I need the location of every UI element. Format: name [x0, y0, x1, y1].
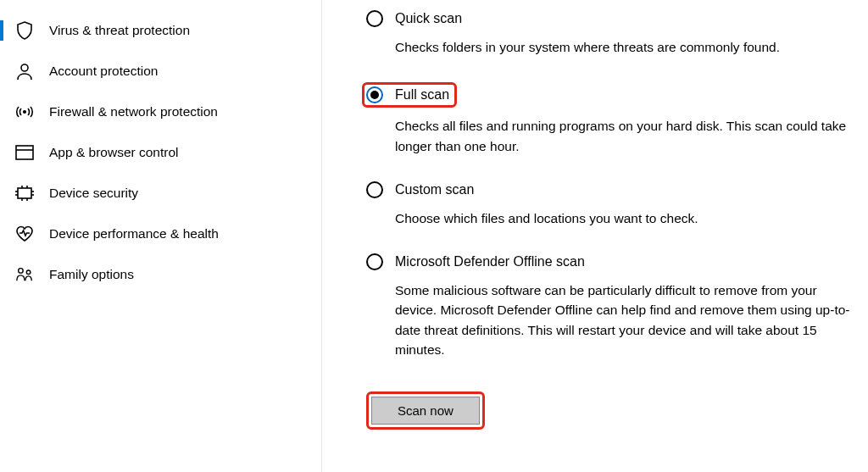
shield-icon	[15, 21, 34, 40]
option-description: Checks all files and running programs on…	[395, 116, 861, 156]
radio-full-scan[interactable]: Full scan	[362, 82, 457, 108]
heart-icon	[15, 225, 34, 243]
sidebar-item-label: Family options	[49, 267, 134, 282]
sidebar-item-app-browser[interactable]: App & browser control	[0, 132, 321, 173]
svg-point-1	[24, 111, 26, 114]
radio-icon	[366, 10, 383, 27]
sidebar-item-label: App & browser control	[49, 145, 179, 160]
radio-quick-scan[interactable]: Quick scan	[366, 10, 861, 27]
scan-option-quick: Quick scan Checks folders in your system…	[366, 10, 861, 57]
sidebar-item-account[interactable]: Account protection	[0, 51, 321, 92]
radio-offline-scan[interactable]: Microsoft Defender Offline scan	[366, 253, 861, 270]
radio-icon	[366, 181, 383, 198]
scan-button-highlight: Scan now	[366, 391, 485, 430]
svg-point-14	[26, 270, 31, 275]
scan-option-full: Full scan Checks all files and running p…	[366, 82, 861, 156]
radio-custom-scan[interactable]: Custom scan	[366, 181, 861, 198]
antenna-icon	[15, 103, 34, 121]
radio-label: Microsoft Defender Offline scan	[395, 254, 585, 269]
sidebar-item-device-security[interactable]: Device security	[0, 173, 321, 214]
radio-label: Quick scan	[395, 11, 462, 26]
main-content: Quick scan Checks folders in your system…	[322, 0, 868, 472]
sidebar-item-firewall[interactable]: Firewall & network protection	[0, 92, 321, 132]
sidebar-item-label: Firewall & network protection	[49, 104, 218, 119]
sidebar-item-label: Device performance & health	[49, 226, 219, 242]
family-icon	[15, 265, 34, 284]
browser-icon	[15, 143, 34, 162]
chip-icon	[15, 184, 34, 203]
option-description: Choose which files and locations you wan…	[395, 208, 861, 228]
sidebar-item-performance[interactable]: Device performance & health	[0, 214, 321, 254]
option-description: Checks folders in your system where thre…	[395, 37, 861, 57]
scan-option-offline: Microsoft Defender Offline scan Some mal…	[366, 253, 861, 359]
scan-option-custom: Custom scan Choose which files and locat…	[366, 181, 861, 228]
sidebar-item-family[interactable]: Family options	[0, 254, 321, 295]
sidebar-item-label: Device security	[49, 186, 138, 201]
svg-rect-4	[18, 188, 31, 198]
scan-now-button[interactable]: Scan now	[371, 397, 480, 425]
svg-point-0	[21, 64, 28, 71]
radio-icon-selected	[366, 86, 383, 103]
option-description: Some malicious software can be particula…	[395, 280, 861, 359]
svg-point-13	[19, 269, 24, 274]
radio-label: Custom scan	[395, 182, 474, 197]
sidebar-item-label: Account protection	[49, 64, 158, 79]
person-icon	[15, 62, 34, 81]
svg-rect-2	[16, 146, 33, 159]
radio-icon	[366, 253, 383, 270]
sidebar-item-virus-threat[interactable]: Virus & threat protection	[0, 10, 321, 51]
sidebar: Virus & threat protection Account protec…	[0, 0, 322, 472]
radio-label: Full scan	[395, 87, 449, 103]
sidebar-item-label: Virus & threat protection	[49, 23, 190, 38]
